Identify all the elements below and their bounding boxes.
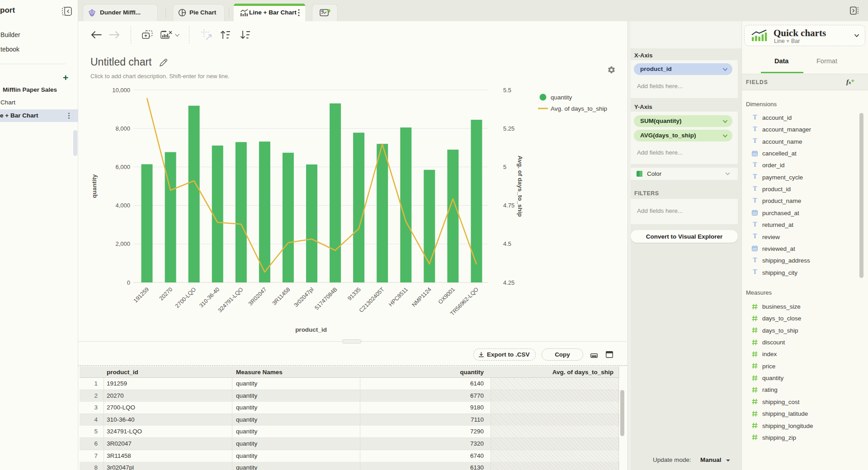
svg-text:NMP1124: NMP1124: [410, 286, 433, 308]
svg-text:324791-LQO: 324791-LQO: [217, 286, 244, 314]
svg-text:5: 5: [503, 164, 506, 170]
svg-text:51747084B: 51747084B: [314, 286, 339, 311]
svg-text:OX9001: OX9001: [437, 286, 456, 305]
svg-text:4,000: 4,000: [115, 202, 130, 209]
svg-text:quantity: quantity: [551, 94, 572, 101]
svg-text:4.75: 4.75: [503, 202, 514, 209]
svg-text:20270: 20270: [158, 286, 174, 302]
svg-text:0: 0: [127, 279, 130, 286]
svg-text:C21302405T: C21302405T: [358, 286, 386, 314]
svg-text:Avg. of days_to_ship: Avg. of days_to_ship: [517, 155, 524, 216]
svg-text:2,000: 2,000: [115, 240, 130, 247]
svg-text:3R11458: 3R11458: [271, 286, 291, 306]
svg-text:3r02047pl: 3r02047pl: [292, 286, 315, 308]
svg-text:4.5: 4.5: [503, 240, 511, 247]
svg-text:4.25: 4.25: [503, 279, 514, 286]
svg-text:6,000: 6,000: [115, 164, 130, 170]
svg-text:310-36-40: 310-36-40: [198, 286, 221, 309]
svg-text:Avg. of days_to_ship: Avg. of days_to_ship: [551, 105, 607, 112]
svg-text:HPC8511: HPC8511: [387, 286, 409, 308]
svg-text:2700-LQO: 2700-LQO: [174, 286, 197, 309]
svg-text:91335: 91335: [346, 286, 362, 302]
svg-text:product_id: product_id: [295, 326, 327, 333]
svg-text:8,000: 8,000: [115, 125, 130, 132]
svg-text:quantity: quantity: [91, 174, 98, 198]
svg-text:5.5: 5.5: [503, 87, 511, 94]
svg-text:3R02047: 3R02047: [247, 286, 268, 307]
svg-text:191259: 191259: [132, 286, 150, 304]
svg-text:5.25: 5.25: [503, 125, 514, 132]
svg-text:10,000: 10,000: [112, 87, 130, 94]
